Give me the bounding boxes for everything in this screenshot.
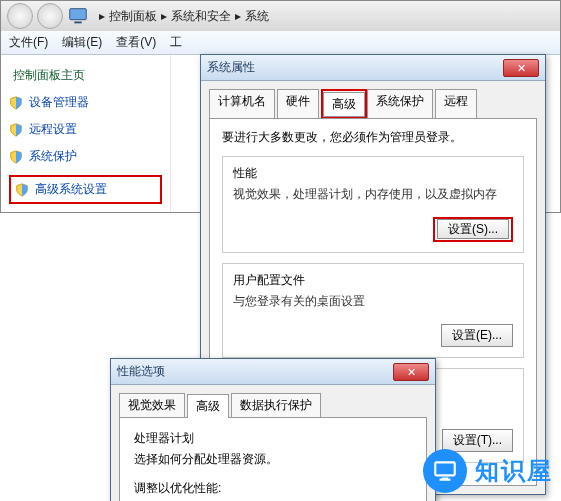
group-title: 用户配置文件 [233,272,513,289]
tab-dep[interactable]: 数据执行保护 [231,393,321,417]
close-button[interactable]: ✕ [393,363,429,381]
menu-tools[interactable]: 工 [170,34,182,51]
tab-advanced[interactable]: 高级 [187,394,229,418]
menu-view[interactable]: 查看(V) [116,34,156,51]
sidebar-item-remote-settings[interactable]: 远程设置 [9,121,162,138]
nav-forward-button[interactable] [37,3,63,29]
nav-back-button[interactable] [7,3,33,29]
breadcrumb-item[interactable]: 控制面板 [109,8,157,25]
watermark-brand: 知识屋 [423,449,553,493]
sidebar-item-device-manager[interactable]: 设备管理器 [9,94,162,111]
shield-icon [9,150,23,164]
shield-icon [15,183,29,197]
dialog-titlebar: 性能选项 ✕ [111,359,435,385]
chevron-right-icon: ▸ [97,9,107,23]
titlebar: ▸ 控制面板 ▸ 系统和安全 ▸ 系统 [1,1,560,31]
tab-advanced[interactable]: 高级 [323,92,365,117]
sidebar-item-system-protection[interactable]: 系统保护 [9,148,162,165]
computer-icon [67,5,89,27]
sidebar: 控制面板主页 设备管理器 远程设置 系统保护 高级系统设置 [1,55,171,212]
group-title: 性能 [233,165,513,182]
performance-settings-button[interactable]: 设置(S)... [437,219,509,239]
scheduler-title: 处理器计划 [134,430,412,447]
user-profile-group: 用户配置文件 与您登录有关的桌面设置 设置(E)... [222,263,524,358]
tab-computer-name[interactable]: 计算机名 [209,89,275,118]
menu-edit[interactable]: 编辑(E) [62,34,102,51]
tabstrip: 视觉效果 高级 数据执行保护 [111,385,435,417]
breadcrumb[interactable]: ▸ 控制面板 ▸ 系统和安全 ▸ 系统 [93,8,554,25]
menubar: 文件(F) 编辑(E) 查看(V) 工 [1,31,560,55]
performance-options-dialog: 性能选项 ✕ 视觉效果 高级 数据执行保护 处理器计划 选择如何分配处理器资源。… [110,358,436,501]
svg-rect-1 [74,22,81,24]
dialog-titlebar: 系统属性 ✕ [201,55,545,81]
dialog-title: 性能选项 [117,363,165,380]
chevron-right-icon: ▸ [233,9,243,23]
adjust-label: 调整以优化性能: [134,480,412,497]
admin-note: 要进行大多数更改，您必须作为管理员登录。 [222,129,524,146]
svg-rect-0 [70,9,87,20]
highlight-box: 设置(S)... [433,217,513,242]
dialog-title: 系统属性 [207,59,255,76]
tabstrip: 计算机名 硬件 高级 系统保护 远程 [201,81,545,118]
sidebar-item-label: 远程设置 [29,121,77,138]
shield-icon [9,123,23,137]
sidebar-item-label: 设备管理器 [29,94,89,111]
shield-icon [9,96,23,110]
tab-hardware[interactable]: 硬件 [277,89,319,118]
tab-panel-advanced: 处理器计划 选择如何分配处理器资源。 调整以优化性能: 程序(P) 后台服务(S… [119,417,427,501]
sidebar-item-advanced-settings[interactable]: 高级系统设置 [15,181,107,198]
breadcrumb-item[interactable]: 系统 [245,8,269,25]
tab-remote[interactable]: 远程 [435,89,477,118]
profile-settings-button[interactable]: 设置(E)... [441,324,513,347]
brand-text: 知识屋 [475,455,553,487]
highlight-box: 高级 [321,89,367,118]
highlight-box: 高级系统设置 [9,175,162,204]
svg-rect-2 [435,462,455,475]
brand-monitor-icon [423,449,467,493]
tab-visual-effects[interactable]: 视觉效果 [119,393,185,417]
breadcrumb-item[interactable]: 系统和安全 [171,8,231,25]
tab-system-protection[interactable]: 系统保护 [367,89,433,118]
group-desc: 视觉效果，处理器计划，内存使用，以及虚拟内存 [233,186,513,203]
sidebar-item-label: 高级系统设置 [35,181,107,198]
performance-group: 性能 视觉效果，处理器计划，内存使用，以及虚拟内存 设置(S)... [222,156,524,253]
sidebar-title: 控制面板主页 [13,67,162,84]
menu-file[interactable]: 文件(F) [9,34,48,51]
scheduler-desc: 选择如何分配处理器资源。 [134,451,412,468]
close-button[interactable]: ✕ [503,59,539,77]
group-desc: 与您登录有关的桌面设置 [233,293,513,310]
chevron-right-icon: ▸ [159,9,169,23]
sidebar-item-label: 系统保护 [29,148,77,165]
